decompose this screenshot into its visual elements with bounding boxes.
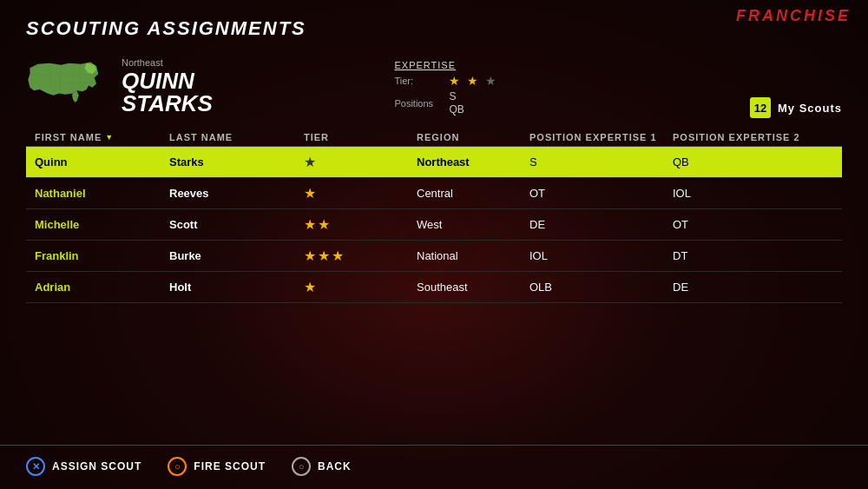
scout-region: Northeast — [122, 57, 213, 68]
fire-scout-action[interactable]: ○ FIRE SCOUT — [168, 457, 266, 476]
row-last-name: Burke — [169, 248, 304, 264]
row-first-name: Nathaniel — [35, 185, 169, 202]
row-tier: ★★★ — [304, 248, 417, 264]
row-pos1: DE — [529, 216, 673, 233]
back-label: BACK — [318, 460, 352, 472]
header-last-name-label: LAST NAME — [169, 132, 233, 142]
sort-arrow-icon: ▼ — [105, 133, 114, 142]
page-title: SCOUTING ASSIGNMENTS — [26, 17, 842, 40]
row-pos2: QB — [673, 154, 816, 170]
row-tier: ★ — [304, 185, 417, 202]
positions-row: Positions S QB — [394, 90, 568, 116]
bottom-action-bar: ✕ ASSIGN SCOUT ○ FIRE SCOUT ○ BACK — [26, 457, 352, 476]
row-first-name: Michelle — [35, 216, 169, 233]
position-2: QB — [449, 103, 464, 116]
positions-label: Positions — [394, 98, 442, 109]
header-pos-exp-1-label: POSITION EXPERTISE 1 — [529, 132, 657, 142]
my-scouts-badge: 12 My Scouts — [750, 97, 842, 118]
row-last-name: Scott — [169, 216, 304, 233]
my-scouts-label: My Scouts — [778, 102, 842, 115]
row-pos1: OT — [529, 185, 673, 202]
main-content: SCOUTING ASSIGNMENTS Northeast — [0, 0, 868, 489]
table-row[interactable]: Michelle Scott ★★ West DE OT — [26, 209, 842, 241]
assign-scout-action[interactable]: ✕ ASSIGN SCOUT — [26, 457, 141, 476]
row-tier: ★★ — [304, 216, 417, 233]
table-header: FIRST NAME ▼ LAST NAME TIER REGION POSIT… — [26, 129, 842, 147]
expertise-section: EXPERTISE Tier: ★ ★ ★ Positions S QB — [394, 56, 568, 118]
row-pos1: S — [529, 154, 673, 170]
tier-stars: ★ ★ ★ — [449, 74, 498, 88]
header-first-name: FIRST NAME ▼ — [35, 132, 169, 142]
row-region: Southeast — [417, 279, 529, 295]
assign-scout-label: ASSIGN SCOUT — [52, 460, 141, 472]
row-first-name: Franklin — [35, 248, 169, 264]
row-pos2: DE — [673, 279, 816, 295]
header-pos-exp-2: POSITION EXPERTISE 2 — [673, 132, 816, 142]
row-last-name: Holt — [169, 279, 304, 295]
fire-btn-icon: ○ — [168, 457, 187, 476]
header-pos-exp-2-label: POSITION EXPERTISE 2 — [673, 132, 800, 142]
table-row[interactable]: Quinn Starks ★ Northeast S QB — [26, 147, 842, 178]
row-region: Central — [417, 185, 529, 202]
tier-row: Tier: ★ ★ ★ — [394, 74, 568, 88]
position-1: S — [449, 90, 464, 102]
header-last-name: LAST NAME — [169, 132, 304, 142]
row-last-name: Reeves — [169, 185, 304, 202]
header-pos-exp-1: POSITION EXPERTISE 1 — [529, 132, 673, 142]
row-pos2: DT — [673, 248, 816, 264]
scout-map — [26, 56, 104, 108]
scout-last-name: STARKS — [122, 92, 213, 115]
tier-label: Tier: — [394, 76, 442, 86]
table-row[interactable]: Nathaniel Reeves ★ Central OT IOL — [26, 178, 842, 209]
header-region: REGION — [417, 132, 529, 142]
assign-btn-icon: ✕ — [26, 457, 45, 476]
table-body: Quinn Starks ★ Northeast S QB Nathaniel … — [26, 147, 842, 303]
row-last-name: Starks — [169, 154, 304, 170]
header-first-name-label: FIRST NAME — [35, 132, 102, 142]
table-row[interactable]: Adrian Holt ★ Southeast OLB DE — [26, 272, 842, 303]
table-row[interactable]: Franklin Burke ★★★ National IOL DT — [26, 241, 842, 272]
row-region: West — [417, 216, 529, 233]
scout-info: Northeast QUINN STARKS — [122, 56, 213, 115]
row-pos1: OLB — [529, 279, 673, 295]
row-pos1: IOL — [529, 248, 673, 264]
scout-profile: Northeast QUINN STARKS EXPERTISE Tier: ★… — [26, 56, 842, 118]
positions-list: S QB — [449, 90, 464, 116]
row-pos2: OT — [673, 216, 816, 233]
expertise-title: EXPERTISE — [394, 60, 568, 70]
scout-count: 12 — [750, 97, 771, 118]
back-btn-icon: ○ — [292, 457, 311, 476]
row-first-name: Adrian — [35, 279, 169, 295]
back-action[interactable]: ○ BACK — [292, 457, 352, 476]
row-first-name: Quinn — [35, 154, 169, 170]
row-region: Northeast — [417, 154, 529, 170]
fire-scout-label: FIRE SCOUT — [194, 460, 266, 472]
scouts-table: FIRST NAME ▼ LAST NAME TIER REGION POSIT… — [26, 129, 842, 303]
header-tier: TIER — [304, 132, 417, 142]
row-pos2: IOL — [673, 185, 816, 202]
row-region: National — [417, 248, 529, 264]
header-tier-label: TIER — [304, 132, 329, 142]
row-tier: ★ — [304, 279, 417, 295]
header-region-label: REGION — [417, 132, 459, 142]
row-tier: ★ — [304, 154, 417, 170]
scout-first-name: QUINN — [122, 69, 213, 92]
franchise-label: FRANCHISE — [736, 7, 851, 25]
